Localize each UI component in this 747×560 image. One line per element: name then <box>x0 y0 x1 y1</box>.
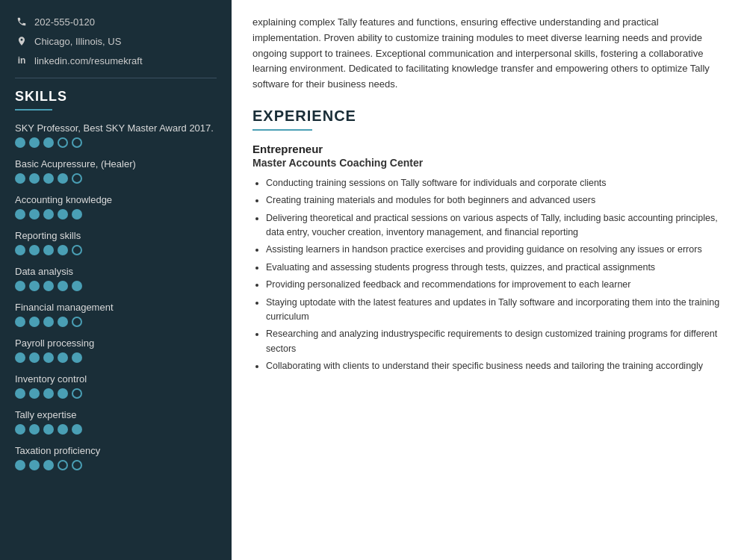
linkedin-icon: in <box>15 54 28 67</box>
location-contact: Chicago, Illinois, US <box>15 34 217 48</box>
skill-item: Financial management <box>15 302 217 327</box>
dot-filled <box>58 281 68 291</box>
job-company: Master Accounts Coaching Center <box>252 157 726 169</box>
dot-filled <box>15 173 25 184</box>
skill-name: Taxation proficiency <box>15 445 217 456</box>
dot-filled <box>29 281 40 291</box>
skill-dots <box>15 281 217 291</box>
skill-name: Accounting knowledge <box>15 194 217 205</box>
dot-filled <box>58 173 68 184</box>
skill-item: Accounting knowledge <box>15 194 217 220</box>
linkedin-text: linkedin.com/resumekraft <box>34 55 143 66</box>
dot-filled <box>43 137 54 148</box>
skill-name: Reporting skills <box>15 230 217 241</box>
dot-filled <box>29 460 40 470</box>
dot-empty <box>58 460 68 470</box>
skill-name: Financial management <box>15 302 217 313</box>
sidebar-divider <box>15 78 217 78</box>
job-title: Entrepreneur <box>252 143 726 155</box>
job-bullet: Delivering theoretical and practical ses… <box>266 211 726 240</box>
skill-dots <box>15 424 217 435</box>
location-text: Chicago, Illinois, US <box>34 36 121 47</box>
dot-filled <box>58 352 68 363</box>
dot-empty <box>72 460 82 470</box>
job-bullet: Staying uptodate with the latest feature… <box>266 296 726 325</box>
dot-filled <box>29 173 40 184</box>
dot-filled <box>29 352 40 363</box>
skill-dots <box>15 388 217 399</box>
skill-dots <box>15 137 217 148</box>
location-icon <box>15 34 28 48</box>
dot-filled <box>43 281 54 291</box>
skill-item: Inventory control <box>15 373 217 399</box>
skill-name: Inventory control <box>15 373 217 385</box>
dot-filled <box>15 137 25 148</box>
sidebar: 202-555-0120 Chicago, Illinois, US in li… <box>0 0 232 560</box>
dot-filled <box>43 173 54 184</box>
phone-text: 202-555-0120 <box>34 16 95 28</box>
job-bullet: Collaborating with clients to understand… <box>266 359 726 373</box>
dot-empty <box>72 173 82 184</box>
dot-filled <box>15 245 25 255</box>
dot-filled <box>58 317 68 327</box>
dot-filled <box>29 317 40 327</box>
dot-filled <box>43 352 54 363</box>
skill-name: Tally expertise <box>15 409 217 420</box>
skill-item: Taxation proficiency <box>15 445 217 470</box>
job-bullet: Conducting training sessions on Tally so… <box>266 176 726 190</box>
skill-name: Payroll processing <box>15 337 217 349</box>
dot-filled <box>15 388 25 399</box>
skills-underline <box>15 109 52 111</box>
dot-filled <box>43 460 54 470</box>
dot-filled <box>15 424 25 435</box>
skill-name: Data analysis <box>15 266 217 277</box>
dot-filled <box>29 137 40 148</box>
skill-item: SKY Professor, Best SKY Master Award 201… <box>15 122 217 148</box>
dot-filled <box>29 245 40 255</box>
dot-empty <box>58 137 68 148</box>
dot-filled <box>29 388 40 399</box>
skill-dots <box>15 317 217 327</box>
skill-dots <box>15 245 217 255</box>
skill-item: Reporting skills <box>15 230 217 255</box>
skill-item: Tally expertise <box>15 409 217 435</box>
dot-filled <box>58 209 68 220</box>
jobs-list: EntrepreneurMaster Accounts Coaching Cen… <box>252 143 726 374</box>
job-bullet: Assisting learners in handson practice e… <box>266 243 726 257</box>
main-content: explaining complex Tally features and fu… <box>232 0 747 560</box>
skill-dots <box>15 209 217 220</box>
dot-empty <box>72 317 82 327</box>
dot-empty <box>72 245 82 255</box>
skill-dots <box>15 460 217 470</box>
skill-item: Data analysis <box>15 266 217 291</box>
job-bullet: Researching and analyzing industryspecif… <box>266 327 726 356</box>
skills-list: SKY Professor, Best SKY Master Award 201… <box>15 122 217 470</box>
experience-title: EXPERIENCE <box>252 108 726 125</box>
dot-filled <box>58 245 68 255</box>
phone-icon <box>15 15 28 28</box>
job-bullet: Providing personalized feedback and reco… <box>266 278 726 292</box>
dot-filled <box>29 424 40 435</box>
experience-underline <box>252 129 312 131</box>
job-bullet: Evaluating and assessing students progre… <box>266 261 726 275</box>
skill-dots <box>15 173 217 184</box>
dot-filled <box>43 317 54 327</box>
skills-title: SKILLS <box>15 89 217 105</box>
dot-filled <box>15 209 25 220</box>
dot-filled <box>72 424 82 435</box>
dot-filled <box>43 424 54 435</box>
dot-filled <box>58 388 68 399</box>
job-bullets-list: Conducting training sessions on Tally so… <box>252 176 726 374</box>
summary-text: explaining complex Tally features and fu… <box>252 15 726 93</box>
job-entry: EntrepreneurMaster Accounts Coaching Cen… <box>252 143 726 374</box>
dot-filled <box>72 352 82 363</box>
job-bullet: Creating training materials and modules … <box>266 193 726 208</box>
skill-item: Payroll processing <box>15 337 217 363</box>
phone-contact: 202-555-0120 <box>15 15 217 28</box>
skill-name: SKY Professor, Best SKY Master Award 201… <box>15 122 217 134</box>
dot-filled <box>15 460 25 470</box>
dot-filled <box>58 424 68 435</box>
dot-filled <box>15 281 25 291</box>
skill-item: Basic Acupressure, (Healer) <box>15 158 217 184</box>
dot-filled <box>15 352 25 363</box>
